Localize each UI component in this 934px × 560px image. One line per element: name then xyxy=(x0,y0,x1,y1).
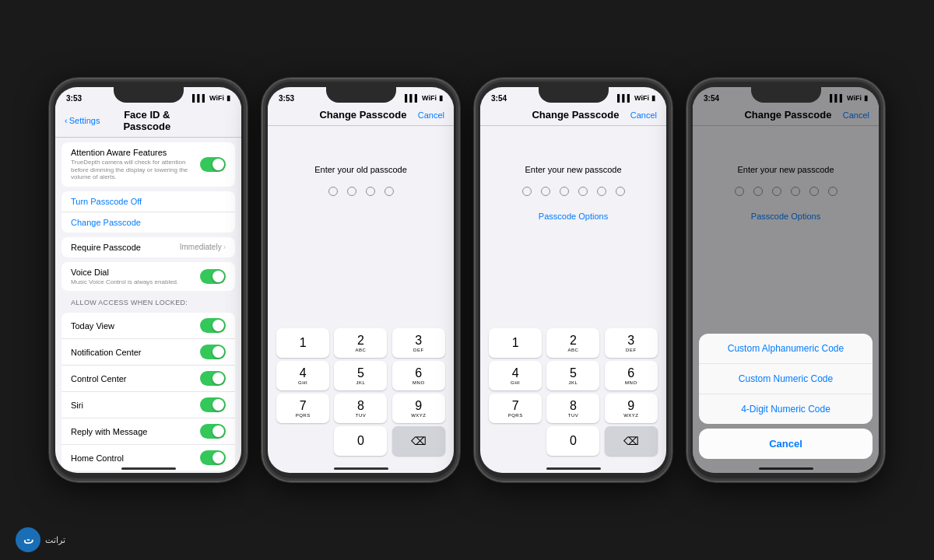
passcode-options-link-3[interactable]: Passcode Options xyxy=(480,212,666,221)
passcode-nav-2: Change Passcode Cancel xyxy=(268,106,454,126)
today-label: Today View xyxy=(71,321,200,331)
attention-item: Attention Aware Features TrueDepth camer… xyxy=(61,142,235,187)
time-2: 3:53 xyxy=(279,94,294,103)
voice-item: Voice Dial Music Voice Control is always… xyxy=(61,262,235,292)
key-delete[interactable]: ⌫ xyxy=(392,426,445,456)
attention-label: Attention Aware Features xyxy=(71,148,200,157)
time-1: 3:53 xyxy=(66,94,82,103)
home-control-label: Home Control xyxy=(71,453,200,463)
passcode-dots-2 xyxy=(268,187,454,196)
home-control-toggle[interactable] xyxy=(200,450,226,465)
passcode-nav-3: Change Passcode Cancel xyxy=(480,106,666,126)
key3-2[interactable]: 2ABC xyxy=(546,328,599,358)
dot-2 xyxy=(347,187,356,196)
back-button[interactable]: ‹ Settings xyxy=(65,116,100,125)
key3-4[interactable]: 4GHI xyxy=(489,361,542,390)
logo-icon: ت xyxy=(16,527,40,552)
dot-3 xyxy=(366,187,375,196)
key3-empty xyxy=(489,426,542,456)
action-sheet: Custom Alphanumeric Code Custom Numeric … xyxy=(699,334,873,459)
logo-text: تراتت xyxy=(45,535,65,545)
voice-section: Voice Dial Music Voice Control is always… xyxy=(61,262,235,292)
time-3: 3:54 xyxy=(491,94,507,103)
notification-label: Notification Center xyxy=(71,348,200,357)
siri-item: Siri xyxy=(61,392,235,418)
passcode-prompt-2: Enter your old passcode xyxy=(268,165,454,174)
settings-nav: ‹ Settings Face ID & Passcode xyxy=(55,106,241,138)
logo-area: ت تراتت xyxy=(16,527,65,552)
reply-label: Reply with Message xyxy=(71,427,200,436)
status-icons-1: ▌▌▌ WiFi ▮ xyxy=(192,94,230,102)
attention-toggle[interactable] xyxy=(200,157,226,172)
key3-0[interactable]: 0 xyxy=(546,426,599,456)
voice-toggle[interactable] xyxy=(200,269,226,284)
control-center-item: Control Center xyxy=(61,366,235,392)
option-4digit[interactable]: 4-Digit Numeric Code xyxy=(699,394,873,424)
require-section: Require Passcode Immediately › xyxy=(61,237,235,257)
today-toggle[interactable] xyxy=(200,318,226,333)
key3-8[interactable]: 8TUV xyxy=(546,394,599,423)
dot-n6 xyxy=(616,187,625,196)
action-sheet-options: Custom Alphanumeric Code Custom Numeric … xyxy=(699,334,873,424)
dot-n1 xyxy=(522,187,532,196)
key3-1[interactable]: 1 xyxy=(489,328,542,358)
key-1[interactable]: 1 xyxy=(276,328,329,358)
key3-9[interactable]: 9WXYZ xyxy=(605,394,658,423)
key-empty xyxy=(276,426,329,456)
attention-sub: TrueDepth camera will check for attentio… xyxy=(71,159,200,181)
key3-6[interactable]: 6MNO xyxy=(605,361,658,390)
action-sheet-cancel[interactable]: Cancel xyxy=(699,429,873,459)
cancel-button-2[interactable]: Cancel xyxy=(418,110,444,120)
key-9[interactable]: 9WXYZ xyxy=(392,394,445,423)
change-passcode-link[interactable]: Change Passcode xyxy=(61,212,235,233)
phone-3: 3:54 ▌▌▌ WiFi ▮ Change Passcode Cancel E… xyxy=(474,78,672,482)
key-2[interactable]: 2ABC xyxy=(334,328,387,358)
cancel-button-3[interactable]: Cancel xyxy=(630,110,657,120)
dot-n3 xyxy=(560,187,569,196)
key-6[interactable]: 6MNO xyxy=(392,361,445,390)
reply-toggle[interactable] xyxy=(200,424,226,439)
key-7[interactable]: 7PQRS xyxy=(276,394,329,423)
option-numeric[interactable]: Custom Numeric Code xyxy=(699,364,873,394)
today-view-item: Today View xyxy=(61,313,235,339)
dot-n2 xyxy=(541,187,550,196)
chevron-icon: › xyxy=(223,243,226,251)
notification-toggle[interactable] xyxy=(200,345,226,359)
reply-item: Reply with Message xyxy=(61,418,235,445)
notification-item: Notification Center xyxy=(61,339,235,366)
keypad-3: 1 2ABC 3DEF 4GHI 5JKL 6MNO 7PQRS 8TUV 9W… xyxy=(480,328,666,465)
passcode-title-2: Change Passcode xyxy=(319,109,406,121)
attention-section: Attention Aware Features TrueDepth camer… xyxy=(61,142,235,187)
phone-4: 3:54 ▌▌▌ WiFi ▮ Change Passcode Cancel E… xyxy=(686,78,885,482)
key3-3[interactable]: 3DEF xyxy=(605,328,658,358)
phone-1: 3:53 ▌▌▌ WiFi ▮ ‹ Settings Face ID & Pas… xyxy=(49,78,248,482)
dot-4 xyxy=(384,187,394,196)
require-item[interactable]: Require Passcode Immediately › xyxy=(61,237,235,257)
siri-label: Siri xyxy=(71,401,200,410)
key3-delete[interactable]: ⌫ xyxy=(605,426,658,456)
locked-section-header: ALLOW ACCESS WHEN LOCKED: xyxy=(61,296,235,308)
turn-off-link[interactable]: Turn Passcode Off xyxy=(61,191,235,212)
passcode-title-3: Change Passcode xyxy=(532,109,619,121)
dot-n4 xyxy=(578,187,588,196)
locked-section: Today View Notification Center Control C… xyxy=(61,313,235,471)
option-alphanumeric[interactable]: Custom Alphanumeric Code xyxy=(699,334,873,364)
key-4[interactable]: 4GHI xyxy=(276,361,329,390)
voice-sub: Music Voice Control is always enabled. xyxy=(71,278,200,286)
passcode-prompt-3: Enter your new passcode xyxy=(480,165,666,174)
dot-n5 xyxy=(597,187,606,196)
passcode-section: Turn Passcode Off Change Passcode xyxy=(61,191,235,233)
control-center-toggle[interactable] xyxy=(200,371,226,386)
key3-7[interactable]: 7PQRS xyxy=(489,394,542,423)
require-value: Immediately xyxy=(180,243,222,251)
require-label: Require Passcode xyxy=(71,243,180,252)
dot-1 xyxy=(328,187,338,196)
keypad-2: 1 2ABC 3DEF 4GHI 5JKL 6MNO 7PQRS 8TUV 9W… xyxy=(268,328,454,465)
passcode-dots-3 xyxy=(480,187,666,196)
key-3[interactable]: 3DEF xyxy=(392,328,445,358)
key3-5[interactable]: 5JKL xyxy=(546,361,599,390)
key-0[interactable]: 0 xyxy=(334,426,387,456)
key-8[interactable]: 8TUV xyxy=(334,394,387,423)
key-5[interactable]: 5JKL xyxy=(334,361,387,390)
siri-toggle[interactable] xyxy=(200,397,226,412)
